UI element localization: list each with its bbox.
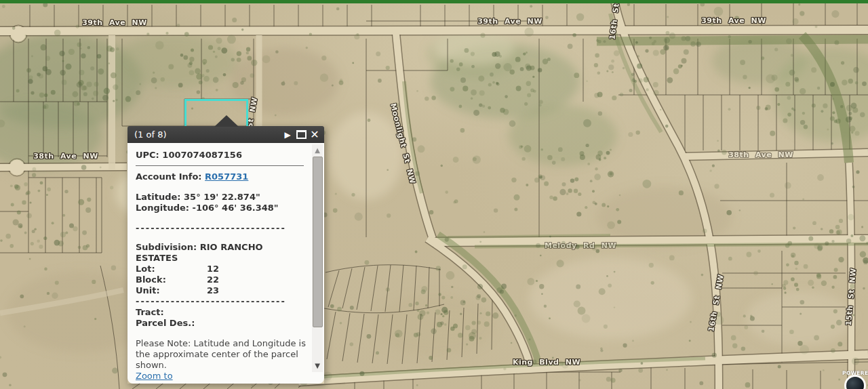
street-label: 38th Ave NW: [33, 152, 98, 161]
tract-line: Tract:: [136, 307, 304, 318]
next-parcel-button[interactable]: ▶: [281, 126, 294, 143]
parcel-des-line: Parcel Des.:: [136, 318, 304, 329]
street-label: King Blvd NW: [513, 358, 580, 367]
account-info-link[interactable]: R057731: [205, 171, 248, 182]
highway-overlay: [0, 0, 868, 3]
parcel-info-popup: (1 of 8) ▶ ✕ UPC: 1007074087156 Account …: [127, 126, 324, 384]
separator-line-2: ------------------------------: [136, 296, 304, 307]
longitude-line: Longitude: -106° 46' 36.348": [136, 203, 304, 213]
zoom-to-link[interactable]: Zoom to: [136, 371, 173, 381]
next-icon: ▶: [284, 130, 290, 140]
upc-line: UPC: 1007074087156: [136, 150, 304, 161]
map-canvas[interactable]: 39th Ave NW39th Ave NW39th Ave NW38th Av…: [0, 0, 868, 389]
esri-attribution-logo[interactable]: POWERED: [838, 370, 868, 389]
lot-row: Lot:12: [136, 264, 304, 274]
block-row: Block:22: [136, 274, 304, 285]
divider: [136, 165, 304, 166]
street-label: 38th Ave NW: [728, 150, 793, 159]
scroll-down-button[interactable]: ▼: [312, 361, 323, 371]
subdivision-line: Subdivision: RIO RANCHO ESTATES: [136, 242, 290, 264]
scroll-thumb[interactable]: [313, 157, 323, 327]
popup-body: UPC: 1007074087156 Account Info: R057731…: [127, 143, 324, 384]
popup-pointer: [214, 115, 239, 127]
popup-scrollbar[interactable]: ▲ ▼: [312, 144, 323, 372]
note-text: Please Note: Latitude and Longitude is t…: [136, 338, 309, 371]
esri-globe-icon: [846, 377, 864, 389]
account-info-line: Account Info: R057731: [136, 171, 304, 182]
close-icon: ✕: [310, 128, 319, 141]
maximize-button[interactable]: [294, 126, 308, 143]
unit-row: Unit:23: [136, 285, 304, 296]
street-label: Melody Rd NW: [545, 241, 616, 250]
street-label: 39th Ave NW: [701, 16, 766, 25]
separator-line: ------------------------------: [136, 223, 304, 234]
popup-paging-title: (1 of 8): [127, 129, 281, 140]
popup-header[interactable]: (1 of 8) ▶ ✕: [127, 126, 324, 143]
street-label: 39th Ave NW: [82, 18, 147, 27]
close-button[interactable]: ✕: [308, 126, 321, 143]
latitude-line: Latitude: 35° 19' 22.874": [136, 192, 304, 203]
maximize-icon: [296, 130, 307, 139]
street-label: 39th Ave NW: [477, 17, 542, 26]
scroll-up-button[interactable]: ▲: [312, 146, 323, 155]
powered-by-text: POWERED: [838, 370, 868, 376]
